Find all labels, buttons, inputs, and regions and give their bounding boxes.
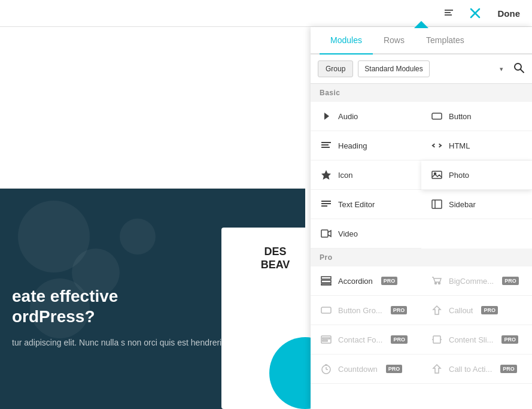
top-toolbar: Done — [0, 0, 532, 27]
section-header-pro: Pro — [311, 249, 532, 266]
text-editor-icon — [320, 198, 332, 210]
close-button[interactable] — [466, 4, 485, 23]
module-content-slider-pro-badge: PRO — [501, 335, 518, 344]
module-button-group-label: Button Gro... — [338, 306, 382, 315]
photo-icon — [431, 169, 443, 181]
svg-rect-17 — [432, 200, 442, 208]
module-contact-form-pro-badge: PRO — [391, 335, 408, 344]
sidebar-icon — [431, 198, 443, 210]
svg-point-23 — [435, 283, 437, 284]
card-title: DESBEAV — [261, 246, 290, 271]
module-content-slider-label: Content Sli... — [449, 335, 493, 344]
module-button-group[interactable]: Button Gro... PRO — [311, 296, 421, 325]
module-icon-label: Icon — [338, 171, 353, 180]
module-video[interactable]: Video — [311, 219, 421, 249]
svg-point-24 — [439, 283, 440, 284]
svg-rect-22 — [321, 284, 331, 285]
svg-rect-20 — [321, 277, 331, 279]
svg-rect-29 — [323, 340, 327, 341]
section-header-basic: Basic — [311, 84, 532, 102]
filter-select-wrap: Standard Modules — [358, 60, 508, 77]
content-area-top — [0, 27, 305, 189]
module-callout-label: Callout — [449, 306, 473, 315]
module-html[interactable]: HTML — [421, 131, 532, 160]
module-sidebar-label: Sidebar — [449, 200, 476, 209]
html-icon — [431, 140, 443, 152]
module-button[interactable]: Button — [421, 102, 532, 131]
dark-text-content: eate effectiveordPress? tur adipiscing e… — [0, 274, 238, 361]
module-accordion-label: Accordion — [338, 277, 373, 286]
video-icon — [320, 228, 332, 240]
pro-modules-grid: Accordion PRO BigComme... PRO — [311, 266, 532, 384]
module-countdown[interactable]: Countdown PRO — [311, 355, 421, 384]
content-slider-icon — [431, 334, 443, 346]
module-accordion-pro-badge: PRO — [381, 277, 398, 285]
module-icon[interactable]: Icon — [311, 160, 421, 190]
accordion-icon — [320, 275, 332, 287]
module-heading[interactable]: Heading — [311, 131, 421, 160]
button-icon — [431, 110, 443, 122]
search-icon — [513, 62, 525, 74]
panel-scroll-area[interactable]: Basic Audio Button — [311, 84, 532, 409]
module-photo-label: Photo — [449, 171, 469, 180]
done-button[interactable]: Done — [492, 5, 527, 22]
layout-list-button[interactable] — [439, 4, 458, 23]
svg-rect-12 — [432, 171, 442, 178]
module-callout-pro-badge: PRO — [481, 306, 498, 314]
svg-rect-15 — [321, 203, 331, 204]
module-call-to-action[interactable]: Call to Acti... PRO — [421, 355, 532, 384]
module-contact-form-label: Contact Fo... — [338, 335, 382, 344]
module-bigcommerce-pro-badge: PRO — [502, 277, 519, 285]
tab-templates[interactable]: Templates — [415, 27, 475, 54]
tab-rows[interactable]: Rows — [373, 27, 415, 54]
module-call-to-action-label: Call to Acti... — [449, 365, 492, 374]
close-icon — [469, 7, 481, 19]
svg-rect-21 — [321, 280, 331, 283]
call-to-action-icon — [431, 363, 443, 375]
dark-heading: eate effectiveordPress? — [12, 286, 226, 326]
module-button-label: Button — [449, 112, 472, 121]
module-sidebar[interactable]: Sidebar — [421, 190, 532, 219]
module-callout[interactable]: Callout PRO — [421, 296, 532, 325]
button-group-icon — [320, 304, 332, 316]
module-filter-select[interactable]: Standard Modules — [358, 60, 430, 77]
module-countdown-label: Countdown — [338, 365, 378, 374]
module-heading-label: Heading — [338, 141, 367, 150]
module-contact-form[interactable]: Contact Fo... PRO — [311, 325, 421, 355]
contact-form-icon — [320, 334, 332, 346]
module-text-editor-label: Text Editor — [338, 200, 375, 209]
svg-rect-1 — [445, 12, 451, 13]
svg-rect-25 — [321, 307, 331, 313]
countdown-icon — [320, 363, 332, 375]
layout-list-icon — [443, 8, 454, 19]
module-accordion[interactable]: Accordion PRO — [311, 266, 421, 296]
svg-marker-37 — [433, 365, 440, 373]
svg-line-6 — [521, 69, 524, 72]
module-audio-label: Audio — [338, 112, 358, 121]
svg-rect-28 — [323, 338, 330, 339]
module-html-label: HTML — [449, 141, 470, 150]
modules-panel: Modules Rows Templates Group Standard Mo… — [311, 27, 532, 409]
panel-filter: Group Standard Modules — [311, 54, 532, 84]
module-video-label: Video — [338, 229, 358, 238]
svg-rect-30 — [433, 336, 440, 343]
search-button[interactable] — [513, 62, 525, 77]
module-audio[interactable]: Audio — [311, 102, 421, 131]
svg-rect-27 — [321, 336, 331, 343]
module-bigcommerce-label: BigComme... — [449, 277, 494, 286]
module-bigcommerce[interactable]: BigComme... PRO — [421, 266, 532, 296]
panel-tabs: Modules Rows Templates — [311, 27, 532, 54]
tab-modules[interactable]: Modules — [320, 27, 373, 54]
bigcommerce-icon — [431, 275, 443, 287]
module-call-to-action-pro-badge: PRO — [500, 365, 517, 373]
svg-rect-19 — [321, 230, 328, 237]
group-button[interactable]: Group — [318, 60, 353, 77]
module-text-editor[interactable]: Text Editor — [311, 190, 421, 219]
svg-rect-7 — [432, 113, 442, 119]
svg-rect-14 — [321, 201, 331, 202]
audio-icon — [320, 110, 332, 122]
module-content-slider[interactable]: Content Sli... PRO — [421, 325, 532, 355]
module-photo[interactable]: Photo — [421, 160, 532, 190]
icon-module-icon — [320, 169, 332, 181]
svg-marker-26 — [433, 306, 440, 314]
